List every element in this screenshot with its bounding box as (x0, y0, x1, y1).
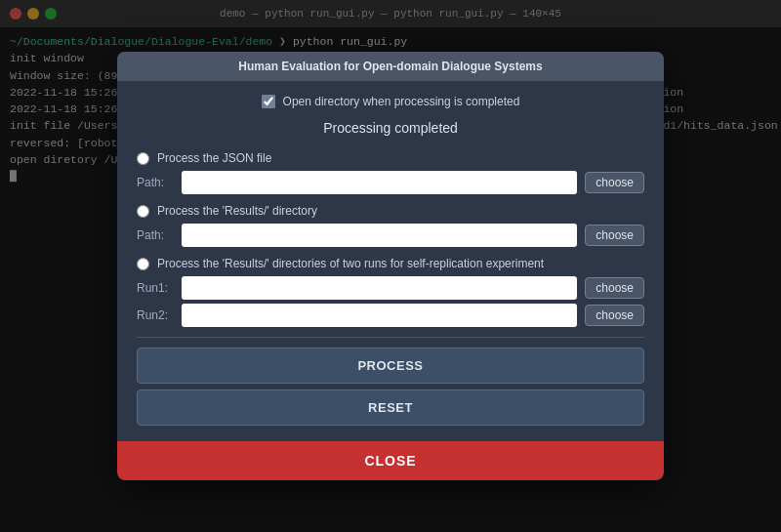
open-dir-checkbox[interactable] (262, 95, 275, 108)
run1-path-input[interactable] (182, 276, 577, 300)
open-dir-row: Open directory when processing is comple… (137, 95, 644, 108)
process-button[interactable]: PROCESS (137, 348, 644, 384)
run1-label: Run1: (137, 281, 174, 295)
section-results: Process the 'Results/' directory Path: c… (137, 204, 644, 247)
section-results-label: Process the 'Results/' directory (137, 204, 644, 218)
section-json: Process the JSON file Path: choose (137, 151, 644, 194)
json-path-label: Path: (137, 176, 174, 189)
dialog-footer: CLOSE (117, 441, 664, 480)
reset-button[interactable]: RESET (137, 389, 644, 426)
section-json-radio[interactable] (137, 152, 149, 165)
close-button[interactable]: CLOSE (117, 441, 664, 480)
dialog-overlay: Human Evaluation for Open-domain Dialogu… (0, 0, 781, 532)
open-dir-label: Open directory when processing is comple… (283, 95, 520, 108)
results-path-input[interactable] (182, 224, 577, 247)
run1-path-row: Run1: choose (137, 276, 644, 300)
processing-completed-text: Processing completed (137, 120, 644, 136)
dialog-title: Human Evaluation for Open-domain Dialogu… (238, 60, 542, 73)
json-path-row: Path: choose (137, 171, 644, 194)
json-path-input[interactable] (182, 171, 577, 194)
json-choose-button[interactable]: choose (585, 172, 644, 193)
section-two-runs: Process the 'Results/' directories of tw… (137, 257, 644, 327)
results-path-row: Path: choose (137, 224, 644, 247)
section-two-runs-label: Process the 'Results/' directories of tw… (137, 257, 644, 270)
results-choose-button[interactable]: choose (585, 225, 644, 246)
run2-path-input[interactable] (182, 304, 577, 327)
divider (137, 337, 644, 338)
dialog-body: Open directory when processing is comple… (117, 81, 664, 441)
run2-choose-button[interactable]: choose (585, 305, 644, 326)
run1-choose-button[interactable]: choose (585, 277, 644, 299)
run2-path-row: Run2: choose (137, 304, 644, 327)
run2-label: Run2: (137, 308, 174, 322)
dialog-header: Human Evaluation for Open-domain Dialogu… (117, 52, 664, 81)
dialog: Human Evaluation for Open-domain Dialogu… (117, 52, 664, 480)
results-path-label: Path: (137, 228, 174, 242)
section-json-label: Process the JSON file (137, 151, 644, 165)
section-two-runs-radio[interactable] (137, 258, 149, 270)
section-results-radio[interactable] (137, 205, 149, 218)
